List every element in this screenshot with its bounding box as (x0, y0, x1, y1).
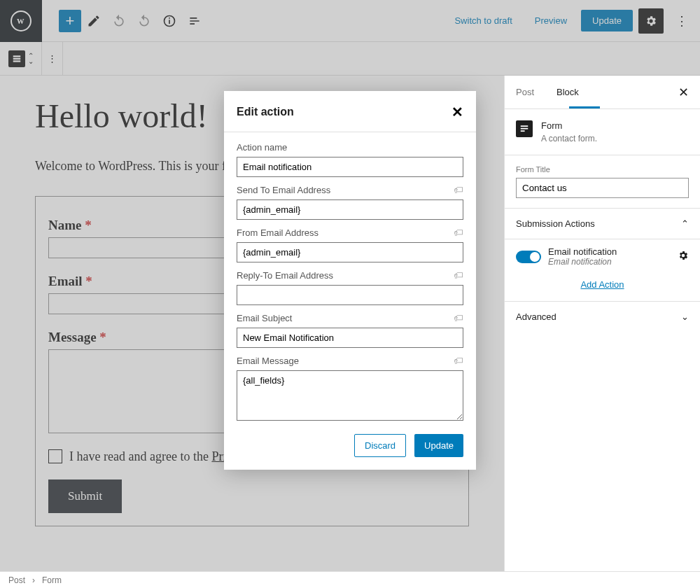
preview-button[interactable]: Preview (526, 10, 575, 31)
edit-action-modal: Edit action ✕ Action name Send To Email … (224, 91, 476, 470)
gear-icon (678, 250, 689, 261)
plus-icon: + (66, 12, 75, 30)
block-desc-label: A contact form. (541, 134, 597, 144)
form-title-input[interactable] (516, 178, 689, 198)
svg-rect-8 (521, 128, 528, 130)
discard-button[interactable]: Discard (354, 434, 406, 457)
form-submit-button[interactable]: Submit (48, 479, 122, 513)
gear-icon (645, 15, 657, 27)
advanced-label: Advanced (516, 312, 556, 322)
kebab-icon: ⋮ (676, 13, 688, 29)
tab-post[interactable]: Post (505, 77, 545, 107)
breadcrumb-post[interactable]: Post (8, 575, 25, 585)
block-options-button[interactable]: ⋮ (42, 42, 63, 76)
modal-footer: Discard Update (237, 423, 463, 457)
reply-to-field-label: Reply-To Email Address🏷 (237, 270, 463, 281)
outline-button[interactable] (182, 8, 207, 34)
subject-input[interactable] (237, 328, 463, 348)
action-toggle[interactable] (516, 251, 541, 263)
email-notification-action-row: Email notification Email notification (505, 239, 700, 274)
info-icon (162, 14, 176, 28)
close-sidebar-button[interactable]: ✕ (667, 76, 700, 108)
edit-mode-button[interactable] (81, 8, 106, 34)
tag-icon[interactable]: 🏷 (454, 227, 463, 238)
consent-checkbox[interactable] (48, 449, 62, 463)
send-to-input[interactable] (237, 200, 463, 220)
move-arrows[interactable]: ⌃ ⌄ (28, 53, 34, 64)
info-button[interactable] (157, 8, 182, 34)
action-name-field-label: Action name (237, 142, 463, 153)
modal-title: Edit action (237, 106, 294, 118)
submission-actions-accordion[interactable]: Submission Actions ⌃ (505, 209, 700, 239)
modal-header: Edit action ✕ (224, 91, 476, 132)
svg-rect-5 (13, 57, 20, 59)
add-action-row: Add Action (505, 274, 700, 302)
wordpress-icon: W (10, 10, 31, 31)
tag-icon[interactable]: 🏷 (454, 270, 463, 281)
sidebar-tabs: Post Block ✕ (505, 76, 700, 109)
settings-toggle-button[interactable] (638, 8, 664, 34)
svg-rect-6 (13, 60, 20, 62)
redo-button[interactable] (132, 8, 157, 34)
block-name-label: Form (541, 120, 597, 131)
block-info: Form A contact form. (505, 109, 700, 155)
from-input[interactable] (237, 242, 463, 262)
close-icon: ✕ (678, 85, 689, 99)
switch-to-draft-button[interactable]: Switch to draft (446, 10, 520, 31)
tab-block[interactable]: Block (545, 77, 590, 107)
from-field-label: From Email Address🏷 (237, 227, 463, 238)
reply-to-input[interactable] (237, 285, 463, 305)
settings-sidebar: Post Block ✕ Form A contact form. Form T… (504, 76, 700, 571)
chevron-down-icon: ⌄ (681, 312, 689, 322)
breadcrumb-separator-icon: › (32, 575, 35, 585)
pencil-icon (87, 14, 101, 28)
action-name-label: Email notification (548, 246, 617, 257)
more-options-button[interactable]: ⋮ (669, 8, 694, 34)
tag-icon[interactable]: 🏷 (454, 355, 463, 366)
undo-icon (112, 14, 126, 28)
modal-update-button[interactable]: Update (414, 434, 463, 457)
close-icon: ✕ (451, 104, 463, 120)
svg-rect-4 (13, 55, 20, 57)
message-textarea[interactable]: {all_fields} (237, 370, 463, 421)
undo-button[interactable] (106, 8, 132, 34)
send-to-field-label: Send To Email Address🏷 (237, 184, 463, 195)
tag-icon[interactable]: 🏷 (454, 184, 463, 195)
svg-rect-3 (169, 18, 170, 19)
advanced-accordion[interactable]: Advanced ⌄ (505, 302, 700, 332)
top-toolbar: W + Switch to draft Preview Update ⋮ (0, 0, 700, 42)
kebab-icon: ⋮ (48, 53, 57, 64)
form-title-label: Form Title (516, 165, 689, 174)
form-title-section: Form Title (505, 155, 700, 209)
modal-body: Action name Send To Email Address🏷 From … (224, 132, 476, 470)
chevron-up-icon: ⌃ (681, 218, 689, 229)
breadcrumb: Post › Form (0, 571, 700, 588)
chevron-down-icon: ⌄ (28, 59, 34, 64)
wp-logo-button[interactable]: W (0, 0, 42, 42)
redo-icon (137, 14, 151, 28)
breadcrumb-form[interactable]: Form (42, 575, 62, 585)
form-block-icon (516, 120, 533, 137)
action-name-input[interactable] (237, 157, 463, 177)
block-icon (8, 50, 25, 67)
svg-rect-2 (169, 20, 170, 24)
message-field-label: Email Message🏷 (237, 355, 463, 366)
svg-rect-9 (521, 130, 525, 132)
svg-rect-7 (521, 125, 528, 127)
add-action-link[interactable]: Add Action (580, 279, 624, 290)
edit-action-button[interactable] (678, 250, 689, 264)
subject-field-label: Email Subject🏷 (237, 312, 463, 323)
publish-update-button[interactable]: Update (581, 10, 633, 31)
list-icon (188, 14, 202, 28)
secondary-toolbar: ⌃ ⌄ ⋮ (0, 42, 700, 76)
submission-actions-label: Submission Actions (516, 218, 595, 229)
svg-text:W: W (17, 17, 24, 24)
add-block-button[interactable]: + (59, 10, 81, 32)
tag-icon[interactable]: 🏷 (454, 312, 463, 323)
block-navigation-button[interactable]: ⌃ ⌄ (0, 42, 42, 76)
action-sub-label: Email notification (548, 257, 617, 267)
modal-close-button[interactable]: ✕ (451, 104, 463, 120)
